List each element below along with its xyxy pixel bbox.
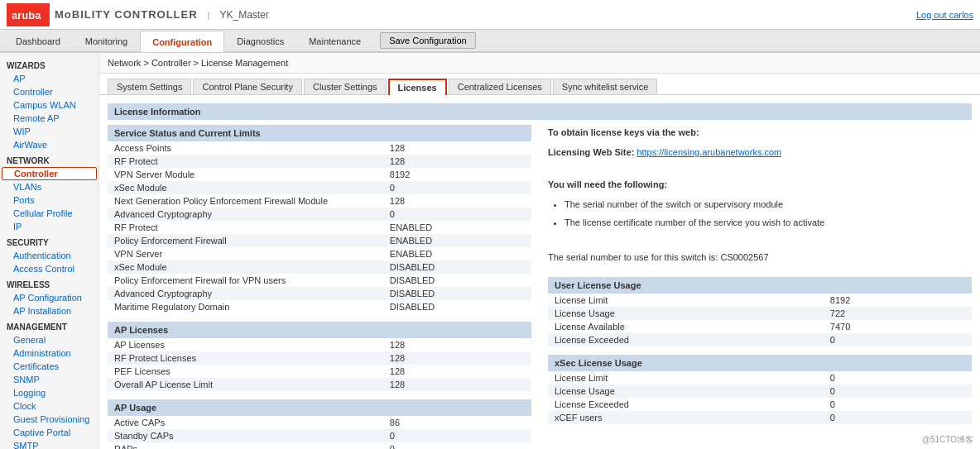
sidebar-title-network: NETWORK <box>0 151 98 167</box>
sidebar-item-vlans[interactable]: VLANs <box>0 180 98 193</box>
service-name: RF Protect <box>108 155 383 168</box>
sidebar-item-controller[interactable]: Controller <box>2 167 97 180</box>
ap-usage-value: 86 <box>383 416 531 429</box>
breadcrumb-text: Network > Controller > License Managemen… <box>108 58 288 68</box>
service-value: 128 <box>383 141 531 155</box>
svg-text:aruba: aruba <box>12 9 41 21</box>
service-value: 0 <box>383 181 531 194</box>
service-table-row: xSec Module0 <box>108 181 531 194</box>
ap-license-row: Overall AP License Limit128 <box>108 378 531 391</box>
sidebar-item-certificates[interactable]: Certificates <box>0 360 98 373</box>
sidebar-item-controller-wiz[interactable]: Controller <box>0 85 98 98</box>
ap-license-row: PEF Licenses128 <box>108 365 531 378</box>
xsec-license-name: License Usage <box>548 385 824 398</box>
user-license-row: License Limit8192 <box>548 294 972 307</box>
sidebar-item-ap[interactable]: AP <box>0 72 98 85</box>
header-divider: | <box>208 10 210 20</box>
service-name: VPN Server <box>108 247 383 260</box>
service-name: Advanced Cryptography <box>108 208 383 221</box>
tab-control-plane-security[interactable]: Control Plane Security <box>193 79 301 94</box>
page-tabs: System Settings Control Plane Security C… <box>99 74 980 95</box>
service-value: ENABLED <box>383 221 531 234</box>
tab-licenses[interactable]: Licenses <box>388 79 447 95</box>
service-name: Maritime Regulatory Domain <box>108 300 383 313</box>
tab-system-settings[interactable]: System Settings <box>108 79 191 94</box>
logout-button[interactable]: Log out carlos <box>916 10 973 20</box>
xsec-license-value: 0 <box>824 385 972 398</box>
sidebar-item-smtp[interactable]: SMTP <box>0 439 98 449</box>
service-table-row: Policy Enforcement FirewallENABLED <box>108 234 531 247</box>
service-value: DISABLED <box>383 287 531 300</box>
sidebar-item-remote-ap[interactable]: Remote AP <box>0 112 98 125</box>
service-name: VPN Server Module <box>108 168 383 181</box>
license-info-header: License Information <box>108 103 972 120</box>
service-name: RF Protect <box>108 221 383 234</box>
sidebar-item-general[interactable]: General <box>0 333 98 346</box>
tab-diagnostics[interactable]: Diagnostics <box>224 30 296 51</box>
ap-usage-name: Standby CAPs <box>108 429 383 442</box>
ap-usage-table: Active CAPs86Standby CAPs0RAPs0Remote-no… <box>108 416 531 449</box>
sidebar-item-snmp[interactable]: SNMP <box>0 373 98 386</box>
sidebar-section-security: SECURITY Authentication Access Control <box>0 233 98 275</box>
service-table-row: VPN Server Module8192 <box>108 168 531 181</box>
service-value: 8192 <box>383 168 531 181</box>
sidebar-item-campus-wlan[interactable]: Campus WLAN <box>0 98 98 112</box>
sidebar-item-cellular-profile[interactable]: Cellular Profile <box>0 207 98 220</box>
service-value: DISABLED <box>383 300 531 313</box>
sidebar-item-captive-portal[interactable]: Captive Portal <box>0 426 98 439</box>
tab-maintenance[interactable]: Maintenance <box>296 30 373 51</box>
sidebar-section-wizards: WIZARDS AP Controller Campus WLAN Remote… <box>0 56 98 151</box>
license-content: License Information Service Status and C… <box>99 95 980 449</box>
licensing-label: Licensing Web Site: <box>548 147 634 157</box>
user-license-value: 8192 <box>824 294 972 307</box>
ap-license-name: RF Protect Licenses <box>108 351 383 365</box>
user-license-row: License Available7470 <box>548 320 972 333</box>
user-license-value: 0 <box>824 333 972 346</box>
service-name: xSec Module <box>108 260 383 274</box>
ap-licenses-header: AP Licenses <box>108 322 531 338</box>
xsec-license-value: 0 <box>824 371 972 385</box>
xsec-license-table: License Limit0License Usage0License Exce… <box>548 371 972 424</box>
service-table-row: xSec ModuleDISABLED <box>108 260 531 274</box>
sidebar-item-access-control[interactable]: Access Control <box>0 262 98 275</box>
service-value: DISABLED <box>383 260 531 274</box>
service-name: Policy Enforcement Firewall for VPN user… <box>108 274 383 287</box>
sidebar-title-wizards: WIZARDS <box>0 56 98 72</box>
service-table-row: RF Protect128 <box>108 155 531 168</box>
sidebar-item-wip[interactable]: WIP <box>0 125 98 138</box>
tab-dashboard[interactable]: Dashboard <box>3 30 73 51</box>
sidebar-item-ip[interactable]: IP <box>0 220 98 233</box>
ap-licenses-table: AP Licenses128RF Protect Licenses128PEF … <box>108 338 531 391</box>
watermark: @51CTO博客 <box>922 434 973 446</box>
licensing-url[interactable]: https://licensing.arubanetworks.com <box>637 147 781 157</box>
xsec-license-name: License Limit <box>548 371 824 385</box>
tab-centralized-licenses[interactable]: Centralized Licenses <box>449 79 551 94</box>
save-configuration-button[interactable]: Save Configuration <box>380 32 476 49</box>
obtain-title: To obtain license keys via the web: <box>548 125 972 141</box>
requirement-list: The serial number of the switch or super… <box>564 197 972 232</box>
ap-usage-value: 0 <box>383 429 531 442</box>
sidebar-item-airwave[interactable]: AirWave <box>0 138 98 151</box>
tab-sync-whitelist[interactable]: Sync whitelist service <box>553 79 658 94</box>
user-license-table: License Limit8192License Usage722License… <box>548 294 972 346</box>
user-license-name: License Usage <box>548 307 824 320</box>
sidebar-item-ports[interactable]: Ports <box>0 193 98 207</box>
xsec-license-section: xSec License Usage License Limit0License… <box>548 355 972 424</box>
sidebar-item-logging[interactable]: Logging <box>0 386 98 399</box>
sidebar-item-guest-provisioning[interactable]: Guest Provisioning <box>0 413 98 426</box>
service-table-row: Next Generation Policy Enforcement Firew… <box>108 194 531 208</box>
sidebar-item-administration[interactable]: Administration <box>0 346 98 360</box>
xsec-license-value: 0 <box>824 398 972 411</box>
sidebar-item-ap-configuration[interactable]: AP Configuration <box>0 291 98 304</box>
sidebar: WIZARDS AP Controller Campus WLAN Remote… <box>0 53 99 449</box>
sidebar-item-clock[interactable]: Clock <box>0 399 98 413</box>
xsec-license-row: License Usage0 <box>548 385 972 398</box>
tab-monitoring[interactable]: Monitoring <box>73 30 140 51</box>
tab-configuration[interactable]: Configuration <box>140 31 224 52</box>
tab-cluster-settings[interactable]: Cluster Settings <box>304 79 387 94</box>
service-table-row: Maritime Regulatory DomainDISABLED <box>108 300 531 313</box>
user-license-name: License Exceeded <box>548 333 824 346</box>
sidebar-item-ap-installation[interactable]: AP Installation <box>0 304 98 318</box>
service-name: Access Points <box>108 141 383 155</box>
sidebar-item-authentication[interactable]: Authentication <box>0 249 98 262</box>
